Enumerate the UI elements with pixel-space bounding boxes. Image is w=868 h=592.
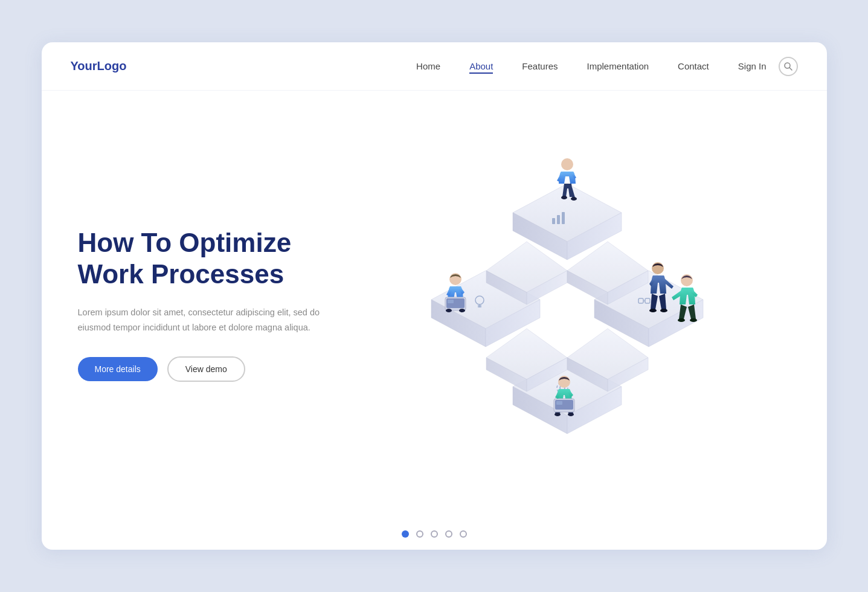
- hero-description: Lorem ipsum dolor sit amet, consectetur …: [78, 305, 332, 335]
- pagination-dot-5[interactable]: [460, 530, 467, 538]
- illustration: [332, 91, 791, 518]
- main-content: How To Optimize Work Processes Lorem ips…: [42, 91, 827, 518]
- hero-title: How To Optimize Work Processes: [78, 227, 332, 291]
- view-demo-button[interactable]: View demo: [167, 356, 245, 382]
- svg-point-46: [459, 309, 465, 312]
- pagination-dot-3[interactable]: [431, 530, 438, 538]
- nav-about[interactable]: About: [469, 61, 493, 71]
- svg-rect-50: [556, 401, 562, 405]
- svg-rect-6: [557, 215, 560, 224]
- cta-buttons: More details View demo: [78, 356, 332, 382]
- pagination-dot-4[interactable]: [445, 530, 452, 538]
- pagination-dot-1[interactable]: [402, 530, 409, 538]
- svg-line-1: [789, 68, 792, 70]
- nav-features[interactable]: Features: [522, 61, 558, 71]
- logo: YourLogo: [71, 59, 127, 73]
- svg-point-40: [571, 197, 577, 201]
- nav-implementation[interactable]: Implementation: [587, 61, 649, 71]
- svg-point-57: [678, 318, 685, 322]
- pagination: [42, 518, 827, 550]
- hero-text: How To Optimize Work Processes Lorem ips…: [78, 227, 332, 382]
- pagination-dot-2[interactable]: [416, 530, 423, 538]
- svg-point-58: [690, 318, 697, 322]
- search-icon: [784, 62, 792, 71]
- sign-in-link[interactable]: Sign In: [738, 61, 767, 71]
- more-details-button[interactable]: More details: [78, 357, 158, 381]
- svg-rect-7: [562, 212, 565, 224]
- nav-links: Home About Features Implementation Conta…: [416, 61, 709, 71]
- svg-rect-5: [552, 218, 555, 224]
- svg-point-52: [568, 413, 574, 416]
- svg-point-55: [660, 309, 667, 312]
- svg-point-39: [561, 196, 567, 199]
- svg-point-51: [555, 413, 561, 416]
- search-button[interactable]: [779, 57, 798, 76]
- svg-rect-44: [448, 300, 454, 303]
- nav-right: Sign In: [738, 57, 798, 76]
- isometric-svg: [380, 123, 754, 474]
- nav-home[interactable]: Home: [416, 61, 440, 71]
- svg-point-45: [446, 309, 452, 312]
- navbar: YourLogo Home About Features Implementat…: [42, 42, 827, 91]
- svg-point-38: [561, 158, 573, 170]
- iso-scene: [380, 123, 742, 474]
- main-card: YourLogo Home About Features Implementat…: [42, 42, 827, 550]
- outer-wrapper: YourLogo Home About Features Implementat…: [24, 24, 845, 568]
- svg-point-54: [649, 309, 657, 312]
- nav-contact[interactable]: Contact: [678, 61, 709, 71]
